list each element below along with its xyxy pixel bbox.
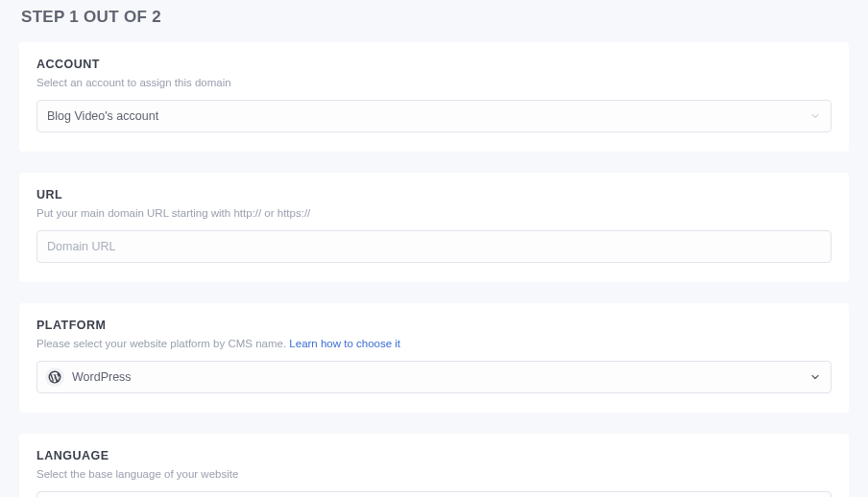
platform-desc-text: Please select your website platform by C… [36,338,289,349]
account-section: ACCOUNT Select an account to assign this… [19,42,849,152]
url-input[interactable] [47,231,800,262]
platform-select-value: WordPress [72,370,132,384]
account-label: ACCOUNT [36,58,832,71]
chevron-down-icon [809,110,821,122]
platform-learn-link[interactable]: Learn how to choose it [289,338,400,349]
wordpress-icon [45,367,64,387]
language-select[interactable]: Select language... [36,491,832,497]
platform-desc: Please select your website platform by C… [36,338,832,349]
language-desc: Select the base language of your website [36,468,832,480]
url-input-wrap [36,230,832,263]
url-section: URL Put your main domain URL starting wi… [19,173,849,282]
url-desc: Put your main domain URL starting with h… [36,207,832,219]
account-select[interactable]: Blog Video's account [36,100,832,132]
language-label: LANGUAGE [36,449,832,462]
step-title: STEP 1 OUT OF 2 [21,8,849,27]
account-desc: Select an account to assign this domain [36,77,832,88]
platform-select[interactable]: WordPress [36,361,832,393]
account-select-value: Blog Video's account [47,109,158,123]
language-section: LANGUAGE Select the base language of you… [19,434,849,497]
chevron-down-icon [809,371,821,383]
platform-label: PLATFORM [36,319,832,332]
url-label: URL [36,188,832,201]
platform-section: PLATFORM Please select your website plat… [19,303,849,413]
